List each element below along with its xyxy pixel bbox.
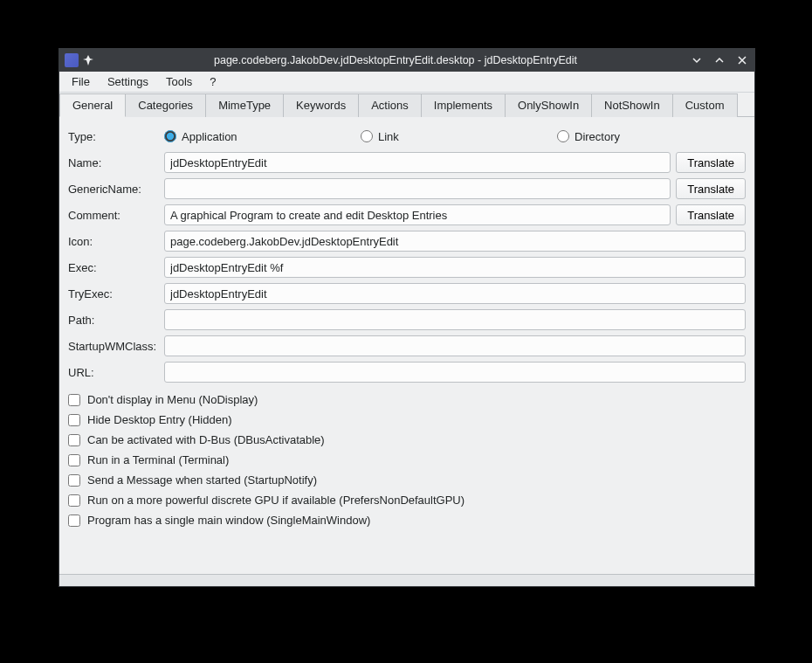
checkbox-singlemainwindow[interactable]: Program has a single main window (Single… xyxy=(68,514,746,527)
icon-input[interactable] xyxy=(164,231,746,252)
menu-settings[interactable]: Settings xyxy=(99,73,157,91)
genericname-input[interactable] xyxy=(164,178,671,199)
checkbox-terminal-input[interactable] xyxy=(68,454,80,466)
path-input[interactable] xyxy=(164,309,746,330)
tabbar: General Categories MimeType Keywords Act… xyxy=(59,93,754,117)
menubar: File Settings Tools ? xyxy=(59,72,754,93)
tab-onlyshowin[interactable]: OnlyShowIn xyxy=(505,93,592,117)
label-genericname: GenericName: xyxy=(68,183,164,196)
statusbar xyxy=(59,574,754,586)
exec-input[interactable] xyxy=(164,257,746,278)
label-name: Name: xyxy=(68,156,164,169)
radio-directory[interactable]: Directory xyxy=(557,130,620,143)
tab-content: Type: Application Link Directory Name: xyxy=(59,117,754,574)
app-window: page.codeberg.JakobDev.jdDesktopEntryEdi… xyxy=(58,48,755,587)
tab-categories[interactable]: Categories xyxy=(125,93,206,117)
checkbox-prefersnondefaultgpu-input[interactable] xyxy=(68,494,80,507)
comment-input[interactable] xyxy=(164,204,671,225)
comment-translate-button[interactable]: Translate xyxy=(676,204,746,225)
type-radio-group: Application Link Directory xyxy=(164,130,746,143)
tab-general[interactable]: General xyxy=(59,93,126,117)
maximize-button[interactable] xyxy=(712,53,726,67)
label-startupwmclass: StartupWMClass: xyxy=(68,340,164,353)
label-comment: Comment: xyxy=(68,209,164,222)
radio-directory-input[interactable] xyxy=(557,130,569,142)
checkbox-prefersnondefaultgpu[interactable]: Run on a more powerful discrete GPU if a… xyxy=(68,494,746,507)
name-translate-button[interactable]: Translate xyxy=(676,152,746,173)
menu-tools[interactable]: Tools xyxy=(157,73,201,91)
radio-application[interactable]: Application xyxy=(164,130,361,143)
checkbox-nodisplay-input[interactable] xyxy=(68,394,80,406)
tab-implements[interactable]: Implements xyxy=(421,93,506,117)
tab-actions[interactable]: Actions xyxy=(358,93,422,117)
name-input[interactable] xyxy=(164,152,671,173)
radio-link[interactable]: Link xyxy=(361,130,557,143)
label-exec: Exec: xyxy=(68,261,164,274)
label-tryexec: TryExec: xyxy=(68,287,164,300)
checkbox-nodisplay[interactable]: Don't display in Menu (NoDisplay) xyxy=(68,393,746,406)
checkbox-startupnotify-input[interactable] xyxy=(68,474,80,487)
checkbox-dbusactivatable[interactable]: Can be activated with D-Bus (DBusActivat… xyxy=(68,433,746,446)
checkbox-hidden-input[interactable] xyxy=(68,414,80,426)
genericname-translate-button[interactable]: Translate xyxy=(676,178,746,199)
checkbox-dbusactivatable-input[interactable] xyxy=(68,434,80,446)
label-url: URL: xyxy=(68,366,164,379)
checkbox-singlemainwindow-input[interactable] xyxy=(68,515,80,527)
label-type: Type: xyxy=(68,130,164,143)
label-icon: Icon: xyxy=(68,235,164,248)
checkbox-startupnotify[interactable]: Send a Message when started (StartupNoti… xyxy=(68,473,746,487)
menu-help[interactable]: ? xyxy=(201,73,224,91)
menu-file[interactable]: File xyxy=(63,73,99,91)
tryexec-input[interactable] xyxy=(164,283,746,304)
tab-notshowin[interactable]: NotShowIn xyxy=(591,93,673,117)
radio-link-input[interactable] xyxy=(361,130,373,142)
tab-mimetype[interactable]: MimeType xyxy=(205,93,284,117)
close-button[interactable] xyxy=(735,53,749,67)
startupwmclass-input[interactable] xyxy=(164,335,746,356)
window-controls xyxy=(690,53,749,67)
app-icon xyxy=(65,53,79,67)
url-input[interactable] xyxy=(164,362,746,383)
checkbox-hidden[interactable]: Hide Desktop Entry (Hidden) xyxy=(68,413,746,426)
window-title: page.codeberg.JakobDev.jdDesktopEntryEdi… xyxy=(101,54,690,66)
minimize-button[interactable] xyxy=(690,53,704,67)
tab-keywords[interactable]: Keywords xyxy=(283,93,359,117)
radio-application-input[interactable] xyxy=(164,130,176,142)
label-path: Path: xyxy=(68,314,164,327)
titlebar: page.codeberg.JakobDev.jdDesktopEntryEdi… xyxy=(59,49,754,72)
tab-custom[interactable]: Custom xyxy=(672,93,738,117)
checkbox-terminal[interactable]: Run in a Terminal (Terminal) xyxy=(68,453,746,466)
pin-icon[interactable] xyxy=(82,54,94,66)
